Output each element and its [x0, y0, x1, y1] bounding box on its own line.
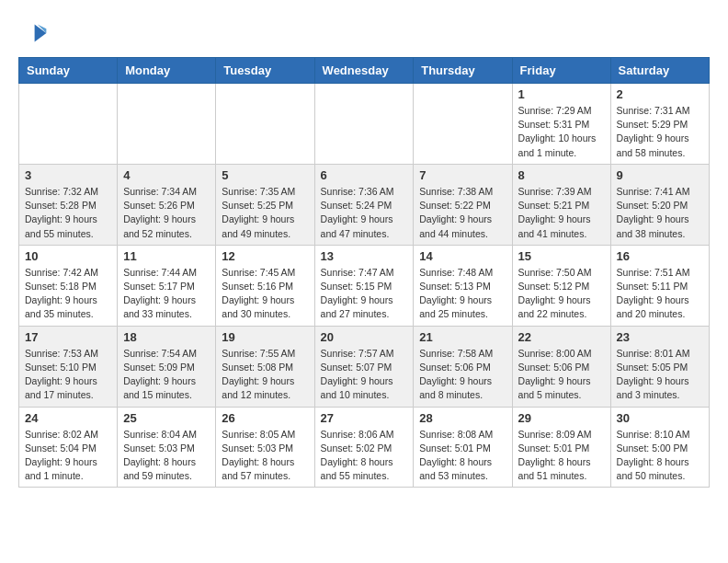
- day-number: 23: [617, 330, 703, 344]
- calendar-cell: 20Sunrise: 7:57 AM Sunset: 5:07 PM Dayli…: [314, 326, 414, 407]
- day-number: 5: [222, 168, 308, 182]
- day-info: Sunrise: 8:04 AM Sunset: 5:03 PM Dayligh…: [123, 428, 210, 484]
- day-info: Sunrise: 7:29 AM Sunset: 5:31 PM Dayligh…: [518, 104, 605, 160]
- calendar-cell: 2Sunrise: 7:31 AM Sunset: 5:29 PM Daylig…: [610, 84, 709, 165]
- day-info: Sunrise: 7:48 AM Sunset: 5:13 PM Dayligh…: [419, 266, 506, 322]
- calendar-cell: [314, 84, 414, 165]
- day-number: 18: [123, 330, 210, 344]
- day-number: 30: [617, 411, 703, 425]
- day-info: Sunrise: 7:31 AM Sunset: 5:29 PM Dayligh…: [617, 104, 703, 160]
- calendar-cell: 21Sunrise: 7:58 AM Sunset: 5:06 PM Dayli…: [414, 326, 512, 407]
- day-number: 8: [518, 168, 605, 182]
- day-number: 26: [222, 411, 308, 425]
- calendar-cell: [118, 84, 216, 165]
- day-number: 20: [321, 330, 408, 344]
- calendar-cell: 25Sunrise: 8:04 AM Sunset: 5:03 PM Dayli…: [118, 407, 216, 488]
- day-number: 2: [617, 87, 703, 101]
- calendar-cell: 11Sunrise: 7:44 AM Sunset: 5:17 PM Dayli…: [118, 245, 216, 326]
- day-number: 16: [617, 249, 703, 263]
- calendar-header-wednesday: Wednesday: [314, 58, 414, 84]
- calendar-header-thursday: Thursday: [414, 58, 512, 84]
- calendar-cell: [414, 84, 512, 165]
- calendar-cell: 7Sunrise: 7:38 AM Sunset: 5:22 PM Daylig…: [414, 164, 512, 245]
- day-info: Sunrise: 7:44 AM Sunset: 5:17 PM Dayligh…: [123, 266, 210, 322]
- calendar-cell: 23Sunrise: 8:01 AM Sunset: 5:05 PM Dayli…: [610, 326, 709, 407]
- calendar-cell: 17Sunrise: 7:53 AM Sunset: 5:10 PM Dayli…: [19, 326, 118, 407]
- day-number: 4: [123, 168, 210, 182]
- day-number: 27: [321, 411, 408, 425]
- day-number: 1: [518, 87, 605, 101]
- day-info: Sunrise: 7:45 AM Sunset: 5:16 PM Dayligh…: [222, 266, 308, 322]
- day-number: 25: [123, 411, 210, 425]
- logo: [18, 18, 51, 48]
- day-number: 19: [222, 330, 308, 344]
- day-number: 6: [321, 168, 408, 182]
- day-number: 10: [25, 249, 111, 263]
- day-info: Sunrise: 7:32 AM Sunset: 5:28 PM Dayligh…: [25, 185, 111, 241]
- day-info: Sunrise: 7:36 AM Sunset: 5:24 PM Dayligh…: [321, 185, 408, 241]
- calendar-cell: 30Sunrise: 8:10 AM Sunset: 5:00 PM Dayli…: [610, 407, 709, 488]
- calendar-header-friday: Friday: [512, 58, 610, 84]
- page-header: [18, 18, 710, 48]
- day-number: 13: [321, 249, 408, 263]
- day-info: Sunrise: 8:10 AM Sunset: 5:00 PM Dayligh…: [617, 428, 703, 484]
- calendar-cell: [216, 84, 314, 165]
- calendar-cell: 10Sunrise: 7:42 AM Sunset: 5:18 PM Dayli…: [19, 245, 118, 326]
- day-number: 24: [25, 411, 111, 425]
- calendar-cell: 18Sunrise: 7:54 AM Sunset: 5:09 PM Dayli…: [118, 326, 216, 407]
- calendar-cell: 19Sunrise: 7:55 AM Sunset: 5:08 PM Dayli…: [216, 326, 314, 407]
- day-number: 14: [419, 249, 506, 263]
- day-info: Sunrise: 7:55 AM Sunset: 5:08 PM Dayligh…: [222, 347, 308, 403]
- calendar-cell: 27Sunrise: 8:06 AM Sunset: 5:02 PM Dayli…: [314, 407, 414, 488]
- day-number: 12: [222, 249, 308, 263]
- day-info: Sunrise: 7:58 AM Sunset: 5:06 PM Dayligh…: [419, 347, 506, 403]
- day-info: Sunrise: 7:50 AM Sunset: 5:12 PM Dayligh…: [518, 266, 605, 322]
- day-info: Sunrise: 7:57 AM Sunset: 5:07 PM Dayligh…: [321, 347, 408, 403]
- calendar-cell: 28Sunrise: 8:08 AM Sunset: 5:01 PM Dayli…: [414, 407, 512, 488]
- day-info: Sunrise: 7:34 AM Sunset: 5:26 PM Dayligh…: [123, 185, 210, 241]
- day-number: 11: [123, 249, 210, 263]
- day-number: 9: [617, 168, 703, 182]
- calendar-cell: [19, 84, 118, 165]
- calendar-cell: 6Sunrise: 7:36 AM Sunset: 5:24 PM Daylig…: [314, 164, 414, 245]
- day-number: 3: [25, 168, 111, 182]
- calendar-cell: 15Sunrise: 7:50 AM Sunset: 5:12 PM Dayli…: [512, 245, 610, 326]
- day-info: Sunrise: 8:00 AM Sunset: 5:06 PM Dayligh…: [518, 347, 605, 403]
- calendar-cell: 29Sunrise: 8:09 AM Sunset: 5:01 PM Dayli…: [512, 407, 610, 488]
- calendar-cell: 12Sunrise: 7:45 AM Sunset: 5:16 PM Dayli…: [216, 245, 314, 326]
- day-info: Sunrise: 8:01 AM Sunset: 5:05 PM Dayligh…: [617, 347, 703, 403]
- day-info: Sunrise: 8:08 AM Sunset: 5:01 PM Dayligh…: [419, 428, 506, 484]
- day-info: Sunrise: 7:38 AM Sunset: 5:22 PM Dayligh…: [419, 185, 506, 241]
- day-info: Sunrise: 8:06 AM Sunset: 5:02 PM Dayligh…: [321, 428, 408, 484]
- calendar-cell: 3Sunrise: 7:32 AM Sunset: 5:28 PM Daylig…: [19, 164, 118, 245]
- calendar-cell: 22Sunrise: 8:00 AM Sunset: 5:06 PM Dayli…: [512, 326, 610, 407]
- week-row-4: 17Sunrise: 7:53 AM Sunset: 5:10 PM Dayli…: [19, 326, 710, 407]
- day-info: Sunrise: 7:35 AM Sunset: 5:25 PM Dayligh…: [222, 185, 308, 241]
- day-number: 22: [518, 330, 605, 344]
- day-info: Sunrise: 8:02 AM Sunset: 5:04 PM Dayligh…: [25, 428, 111, 484]
- day-number: 29: [518, 411, 605, 425]
- day-number: 21: [419, 330, 506, 344]
- day-info: Sunrise: 7:51 AM Sunset: 5:11 PM Dayligh…: [617, 266, 703, 322]
- calendar-cell: 5Sunrise: 7:35 AM Sunset: 5:25 PM Daylig…: [216, 164, 314, 245]
- calendar: SundayMondayTuesdayWednesdayThursdayFrid…: [18, 57, 710, 488]
- calendar-cell: 8Sunrise: 7:39 AM Sunset: 5:21 PM Daylig…: [512, 164, 610, 245]
- calendar-header-sunday: Sunday: [19, 58, 118, 84]
- day-number: 15: [518, 249, 605, 263]
- week-row-1: 1Sunrise: 7:29 AM Sunset: 5:31 PM Daylig…: [19, 84, 710, 165]
- calendar-cell: 24Sunrise: 8:02 AM Sunset: 5:04 PM Dayli…: [19, 407, 118, 488]
- calendar-header-row: SundayMondayTuesdayWednesdayThursdayFrid…: [19, 58, 710, 84]
- week-row-3: 10Sunrise: 7:42 AM Sunset: 5:18 PM Dayli…: [19, 245, 710, 326]
- week-row-2: 3Sunrise: 7:32 AM Sunset: 5:28 PM Daylig…: [19, 164, 710, 245]
- calendar-cell: 9Sunrise: 7:41 AM Sunset: 5:20 PM Daylig…: [610, 164, 709, 245]
- calendar-cell: 16Sunrise: 7:51 AM Sunset: 5:11 PM Dayli…: [610, 245, 709, 326]
- calendar-cell: 26Sunrise: 8:05 AM Sunset: 5:03 PM Dayli…: [216, 407, 314, 488]
- day-info: Sunrise: 8:05 AM Sunset: 5:03 PM Dayligh…: [222, 428, 308, 484]
- calendar-cell: 4Sunrise: 7:34 AM Sunset: 5:26 PM Daylig…: [118, 164, 216, 245]
- day-info: Sunrise: 7:54 AM Sunset: 5:09 PM Dayligh…: [123, 347, 210, 403]
- calendar-cell: 1Sunrise: 7:29 AM Sunset: 5:31 PM Daylig…: [512, 84, 610, 165]
- day-number: 17: [25, 330, 111, 344]
- day-info: Sunrise: 7:47 AM Sunset: 5:15 PM Dayligh…: [321, 266, 408, 322]
- day-info: Sunrise: 7:39 AM Sunset: 5:21 PM Dayligh…: [518, 185, 605, 241]
- day-number: 28: [419, 411, 506, 425]
